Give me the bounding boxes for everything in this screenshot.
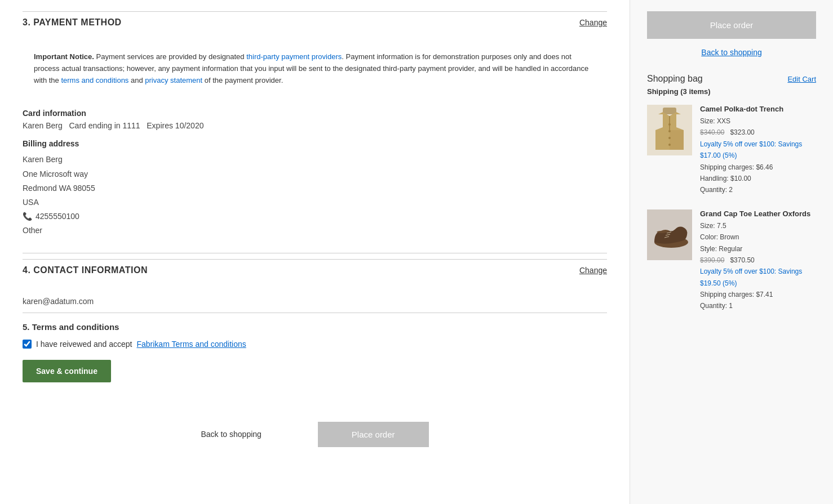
billing-phone: 4255550100 (36, 209, 79, 224)
svg-rect-3 (655, 130, 670, 150)
cart-item-2-details: Grand Cap Toe Leather Oxfords Size: 7.5 … (700, 209, 816, 312)
cart-item-2-loyalty: Loyalty 5% off over $100: Savings $19.50… (700, 266, 816, 289)
cart-item-1-quantity: Quantity: 2 (700, 184, 816, 195)
cart-item-1-size: Size: XXS (700, 115, 816, 127)
contact-section-header: 4. CONTACT INFORMATION Change (23, 259, 607, 281)
edit-cart-link[interactable]: Edit Cart (787, 75, 816, 83)
notice-bold: Important Notice. (34, 52, 94, 61)
billing-name: Karen Berg (23, 153, 607, 167)
notice-link-terms: terms and conditions (61, 76, 129, 84)
svg-point-8 (668, 144, 671, 146)
cart-item-2-style: Style: Regular (700, 243, 816, 255)
cart-item-1: Camel Polka-dot Trench Size: XXS $340.00… (647, 105, 816, 196)
cart-item-2-sale-price: $370.50 (730, 256, 754, 264)
billing-type: Other (23, 224, 607, 238)
card-ending: Card ending in 1111 (69, 121, 140, 130)
svg-point-7 (668, 137, 671, 139)
billing-address-line1: One Microsoft way (23, 167, 607, 181)
back-to-shopping-sidebar[interactable]: Back to shopping (647, 48, 816, 57)
cart-item-1-handling: Handling: $10.00 (700, 173, 816, 184)
shipping-items-label: Shipping (3 items) (647, 87, 816, 96)
shopping-bag-header: Shopping bag Edit Cart (647, 74, 816, 84)
cart-item-2-shipping: Shipping charges: $7.41 (700, 289, 816, 300)
sidebar: Place order Back to shopping Shopping ba… (630, 0, 833, 504)
cart-item-2-prices: $390.00 $370.50 (700, 255, 816, 266)
cart-item-2-name: Grand Cap Toe Leather Oxfords (700, 209, 816, 218)
terms-title: 5. Terms and conditions (23, 322, 607, 332)
payment-title: 3. PAYMENT METHOD (23, 17, 122, 28)
cart-item-1-original-price: $340.00 (700, 128, 724, 136)
contact-change-link[interactable]: Change (579, 266, 607, 275)
card-info-text: Karen Berg Card ending in 1111 Expires 1… (23, 121, 607, 130)
cart-item-2-meta: Size: 7.5 Color: Brown Style: Regular $3… (700, 220, 816, 312)
cart-item-2-original-price: $390.00 (700, 256, 724, 264)
billing-address: Karen Berg One Microsoft way Redmond WA … (23, 153, 607, 238)
notice-text: Payment services are provided by designa… (34, 52, 588, 84)
card-info-section: Card information Karen Berg Card ending … (23, 109, 607, 247)
billing-country: USA (23, 195, 607, 209)
svg-point-5 (668, 123, 671, 126)
svg-rect-4 (670, 130, 684, 150)
svg-point-6 (668, 130, 671, 132)
place-order-button-bottom: Place order (318, 422, 429, 447)
billing-label: Billing address (23, 139, 607, 148)
payment-change-link[interactable]: Change (579, 18, 607, 27)
save-continue-button[interactable]: Save & continue (23, 360, 111, 382)
card-expiry: Expires 10/2020 (147, 121, 203, 130)
cart-item-1-name: Camel Polka-dot Trench (700, 105, 816, 113)
divider-1 (23, 253, 607, 253)
cart-item-2-size: Size: 7.5 (700, 220, 816, 231)
payment-section-header: 3. PAYMENT METHOD Change (23, 11, 607, 33)
shopping-bag-title: Shopping bag (647, 74, 703, 84)
cart-item-1-details: Camel Polka-dot Trench Size: XXS $340.00… (700, 105, 816, 196)
phone-icon: 📞 (23, 209, 32, 224)
cart-item-1-sale-price: $323.00 (730, 128, 754, 136)
main-content: 3. PAYMENT METHOD Change Important Notic… (0, 0, 630, 504)
cart-item-2-image (647, 209, 692, 260)
terms-checkbox-row: I have reivewed and accept Fabrikam Term… (23, 340, 607, 349)
terms-label-text: I have reivewed and accept (36, 340, 132, 349)
terms-section: 5. Terms and conditions I have reivewed … (23, 322, 607, 382)
terms-link[interactable]: Fabrikam Terms and conditions (136, 340, 246, 349)
billing-address-line2: Redmond WA 98055 (23, 181, 607, 195)
notice-link-privacy: privacy statement (145, 76, 202, 84)
cart-item-1-loyalty: Loyalty 5% off over $100: Savings $17.00… (700, 139, 816, 162)
back-to-shopping-bottom[interactable]: Back to shopping (201, 430, 261, 439)
cart-item-1-image (647, 105, 692, 155)
card-info-label: Card information (23, 109, 607, 118)
cart-item-1-prices: $340.00 $323.00 (700, 127, 816, 138)
cart-item-1-meta: Size: XXS $340.00 $323.00 Loyalty 5% off… (700, 115, 816, 196)
place-order-button-top: Place order (647, 11, 816, 39)
terms-checkbox[interactable] (23, 340, 32, 349)
contact-email: karen@adatum.com (23, 290, 607, 313)
cart-item-2: Grand Cap Toe Leather Oxfords Size: 7.5 … (647, 209, 816, 312)
card-holder-name: Karen Berg (23, 121, 63, 130)
cart-item-2-color: Color: Brown (700, 231, 816, 243)
bottom-bar: Back to shopping Place order (23, 405, 607, 453)
contact-title: 4. CONTACT INFORMATION (23, 265, 148, 275)
cart-item-1-shipping: Shipping charges: $6.46 (700, 162, 816, 173)
notice-link-third-party: third-party payment providers (246, 52, 342, 61)
cart-item-2-quantity: Quantity: 1 (700, 300, 816, 311)
billing-phone-row: 📞 4255550100 (23, 209, 607, 224)
payment-notice: Important Notice. Payment services are p… (23, 42, 607, 95)
